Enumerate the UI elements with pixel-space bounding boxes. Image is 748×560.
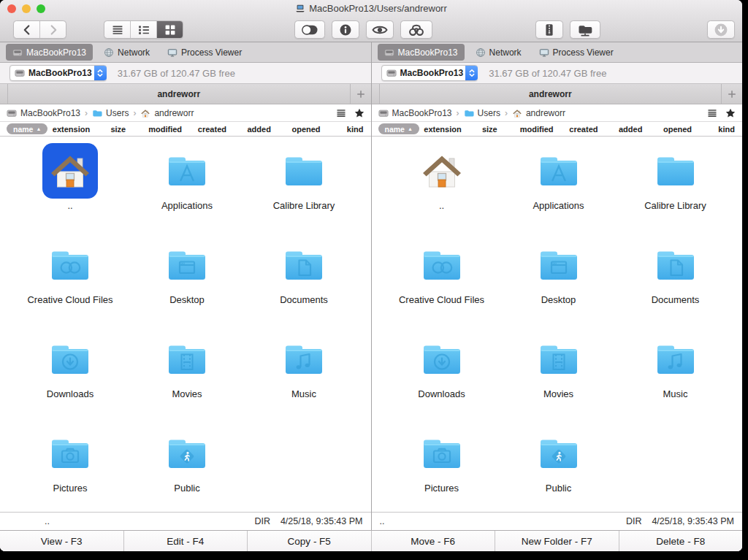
pane-tab-process-viewer[interactable]: Process Viewer <box>533 44 620 61</box>
add-tab-button[interactable] <box>350 84 371 104</box>
nav-buttons <box>13 20 66 39</box>
directory-tab-bar: andreworr <box>372 84 743 104</box>
menu-icon[interactable] <box>336 108 346 118</box>
file-item-applications[interactable]: Applications <box>129 143 245 237</box>
sort-ascending-icon: ▲ <box>408 126 413 131</box>
folder-pictures-icon <box>47 430 94 477</box>
favorite-star-icon[interactable] <box>354 108 365 118</box>
file-label: Music <box>291 388 316 401</box>
column-header-name[interactable]: name▲ <box>378 123 419 134</box>
network-folder-button[interactable] <box>570 20 600 39</box>
file-label: Music <box>663 388 688 401</box>
column-header-opened[interactable]: opened <box>654 125 701 134</box>
fn-button-move-f6[interactable]: Move - F6 <box>372 531 496 551</box>
fn-button-copy-f5[interactable]: Copy - F5 <box>248 531 372 551</box>
file-item-downloads[interactable]: Downloads <box>383 331 500 426</box>
fn-button-edit-f4[interactable]: Edit - F4 <box>124 531 248 551</box>
column-header-modified[interactable]: modified <box>513 125 560 134</box>
breadcrumb-item-macbookpro13[interactable]: MacBookPro13 <box>7 108 80 118</box>
file-item-documents[interactable]: Documents <box>617 237 734 331</box>
breadcrumb-item-andreworr[interactable]: andreworr <box>512 108 565 118</box>
column-header-modified[interactable]: modified <box>142 125 188 134</box>
file-item-music[interactable]: Music <box>617 331 734 426</box>
drive-selector[interactable]: MacBookPro13 <box>9 65 107 81</box>
file-item-public[interactable]: Public <box>500 426 617 512</box>
column-header-opened[interactable]: opened <box>283 125 329 134</box>
column-header-size[interactable]: size <box>95 125 142 134</box>
drive-selector[interactable]: MacBookPro13 <box>381 65 478 81</box>
file-icon-box <box>531 143 587 199</box>
pane-tab-label: Network <box>489 47 522 58</box>
folder-downloads-icon <box>419 336 465 383</box>
file-item-creative-cloud-files[interactable]: Creative Cloud Files <box>12 237 129 331</box>
file-item-creative-cloud-files[interactable]: Creative Cloud Files <box>383 237 500 331</box>
detail-view-button[interactable] <box>131 21 157 38</box>
download-button[interactable] <box>707 20 735 39</box>
column-header-created[interactable]: created <box>188 125 235 134</box>
fn-button-new-folder-f7[interactable]: New Folder - F7 <box>495 531 619 551</box>
file-item-downloads[interactable]: Downloads <box>12 331 129 426</box>
pane-tab-network[interactable]: Network <box>469 44 528 61</box>
file-item-[interactable]: .. <box>12 143 129 237</box>
column-header-extension[interactable]: extension <box>47 125 94 134</box>
file-item-music[interactable]: Music <box>245 331 362 426</box>
column-header-created[interactable]: created <box>560 125 607 134</box>
column-header-size[interactable]: size <box>466 125 513 134</box>
status-bar: .. DIR 4/25/18, 9:35:43 PM <box>0 512 371 530</box>
file-item-pictures[interactable]: Pictures <box>383 426 500 512</box>
grid-view-button[interactable] <box>157 21 183 38</box>
column-header-kind[interactable]: kind <box>701 125 742 134</box>
pane-tab-macbookpro13[interactable]: MacBookPro13 <box>378 44 465 61</box>
file-item-calibre-library[interactable]: Calibre Library <box>245 143 362 237</box>
file-item-movies[interactable]: Movies <box>129 331 245 426</box>
column-header-name[interactable]: name▲ <box>7 123 47 134</box>
titlebar[interactable]: MacBookPro13/Users/andreworr <box>0 0 742 16</box>
breadcrumb-item-users[interactable]: Users <box>92 108 129 118</box>
forward-button[interactable] <box>40 21 66 38</box>
file-item-movies[interactable]: Movies <box>500 331 617 426</box>
list-view-button[interactable] <box>104 21 131 38</box>
column-header-added[interactable]: added <box>236 125 283 134</box>
close-button[interactable] <box>7 4 16 13</box>
file-item-pictures[interactable]: Pictures <box>12 426 129 512</box>
breadcrumb-item-users[interactable]: Users <box>464 108 500 118</box>
grid-view-icon <box>162 22 178 38</box>
back-button[interactable] <box>14 21 40 38</box>
file-item-desktop[interactable]: Desktop <box>500 237 617 331</box>
compress-button[interactable] <box>535 20 563 39</box>
minimize-button[interactable] <box>22 4 31 13</box>
zoom-button[interactable] <box>37 4 45 13</box>
file-item-applications[interactable]: Applications <box>500 143 617 237</box>
menu-icon[interactable] <box>707 108 717 118</box>
directory-tab[interactable]: andreworr <box>8 84 350 104</box>
fn-button-view-f3[interactable]: View - F3 <box>0 531 124 551</box>
column-header-kind[interactable]: kind <box>329 125 370 134</box>
fn-button-delete-f8[interactable]: Delete - F8 <box>619 531 743 551</box>
preview-button[interactable] <box>366 20 394 39</box>
file-item-desktop[interactable]: Desktop <box>129 237 245 331</box>
breadcrumb-item-macbookpro13[interactable]: MacBookPro13 <box>378 108 452 118</box>
directory-tab[interactable]: andreworr <box>380 84 722 104</box>
column-header-added[interactable]: added <box>607 125 654 134</box>
file-item-[interactable]: .. <box>383 143 500 237</box>
file-item-documents[interactable]: Documents <box>245 237 362 331</box>
laptop-icon <box>295 3 305 13</box>
breadcrumb-item-andreworr[interactable]: andreworr <box>140 108 194 118</box>
favorite-star-icon[interactable] <box>725 108 736 118</box>
info-button[interactable] <box>332 20 359 39</box>
breadcrumb-separator: › <box>457 108 459 118</box>
panel-toggle-button[interactable] <box>294 20 325 39</box>
file-icon-box <box>42 237 98 293</box>
file-icon-box <box>648 143 703 199</box>
add-tab-button[interactable] <box>721 84 742 104</box>
plus-icon <box>356 90 365 99</box>
file-item-calibre-library[interactable]: Calibre Library <box>617 143 734 237</box>
pane-tab-network[interactable]: Network <box>97 44 156 61</box>
folder-public-icon <box>164 430 210 477</box>
pane-tab-process-viewer[interactable]: Process Viewer <box>161 44 248 61</box>
column-header-extension[interactable]: extension <box>419 125 466 134</box>
pane-tab-macbookpro13[interactable]: MacBookPro13 <box>6 44 93 61</box>
search-button[interactable] <box>400 20 432 39</box>
file-grid: ..ApplicationsCalibre LibraryCreative Cl… <box>372 137 743 512</box>
file-item-public[interactable]: Public <box>129 426 245 512</box>
